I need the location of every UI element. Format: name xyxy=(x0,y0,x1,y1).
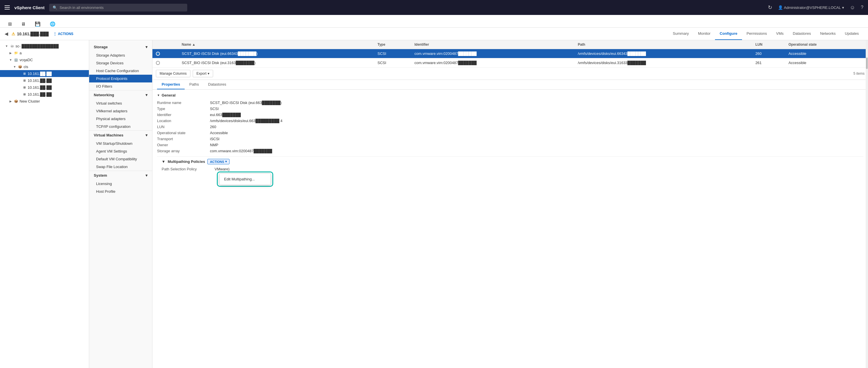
manage-columns-button[interactable]: Manage Columns xyxy=(156,70,190,77)
export-button[interactable]: Export ▾ xyxy=(193,70,213,77)
config-item-vmkernel-adapters[interactable]: VMkernel adapters xyxy=(89,107,152,115)
scrollbar-track[interactable] xyxy=(866,40,868,368)
multipathing-header: ▼ Multipathing Policies ACTIONS ▾ xyxy=(162,159,859,164)
config-item-storage-devices[interactable]: Storage Devices xyxy=(89,59,152,67)
config-item-io-filters[interactable]: I/O Filters xyxy=(89,82,152,90)
host-icon-1: 🖥 xyxy=(22,71,27,76)
tree-item-host3[interactable]: 🖥 10.161.██.██ xyxy=(0,84,89,91)
col-radio xyxy=(152,40,178,49)
config-section-networking[interactable]: Networking ▾ xyxy=(89,90,152,99)
vm-icon-tab[interactable]: 🖥 xyxy=(18,22,29,27)
config-item-agent-vm[interactable]: Agent VM Settings xyxy=(89,147,152,155)
col-identifier[interactable]: Identifier xyxy=(411,40,575,49)
config-item-storage-adapters[interactable]: Storage Adapters xyxy=(89,52,152,59)
config-item-tcpip[interactable]: TCP/IP configuration xyxy=(89,123,152,130)
col-name[interactable]: Name ▲ xyxy=(178,40,374,49)
tree-label-host4: 10.161.██.██ xyxy=(28,92,52,97)
vms-section-label: Virtual Machines xyxy=(94,133,123,137)
col-path[interactable]: Path xyxy=(575,40,752,49)
host-icon-3: 🖥 xyxy=(22,85,27,90)
tree-item-host4[interactable]: 🖥 10.161.██.██ xyxy=(0,91,89,98)
prop-location: Location /vmfs/devices/disks/eui.663████… xyxy=(157,118,863,124)
actions-button[interactable]: ACTIONS ▾ xyxy=(207,159,230,164)
config-item-host-cache[interactable]: Host Cache Configuration xyxy=(89,67,152,75)
storage-icon-tab[interactable]: 💾 xyxy=(31,21,44,27)
tree-item-cls[interactable]: ▼ 📦 cls xyxy=(0,63,89,70)
config-item-licensing[interactable]: Licensing xyxy=(89,180,152,188)
config-section-storage[interactable]: Storage ▾ xyxy=(89,42,152,52)
dropdown-popup: Edit Multipathing... xyxy=(219,173,271,185)
table-cell-lun-0: 261 xyxy=(752,58,785,68)
search-bar[interactable]: 🔍 Search in all environments xyxy=(49,4,187,11)
general-section-title: ▼ General xyxy=(157,93,863,97)
multipathing-collapse[interactable]: ▼ xyxy=(162,160,165,164)
tree-label-new-cluster: New Cluster xyxy=(20,99,40,103)
tree-sidebar: ▼ 🗂 sc- ██████████████ ▶ 📁 a ▼ 🏢 vcqaDC … xyxy=(0,40,89,368)
tab-summary[interactable]: Summary xyxy=(668,28,693,40)
entity-actions-button[interactable]: ⋮ ACTIONS xyxy=(53,32,73,36)
col-lun[interactable]: LUN xyxy=(752,40,785,49)
tab-paths[interactable]: Paths xyxy=(185,80,203,89)
collapse-sidebar-button[interactable]: ◀ xyxy=(5,31,8,36)
vms-chevron: ▾ xyxy=(146,133,148,137)
col-state[interactable]: Operational state xyxy=(785,40,868,49)
tab-properties[interactable]: Properties xyxy=(157,80,185,89)
tab-vms[interactable]: VMs xyxy=(772,28,788,40)
smiley-icon[interactable]: ☺ xyxy=(850,5,855,11)
tab-permissions[interactable]: Permissions xyxy=(742,28,772,40)
table-cell-state-0: Accessible xyxy=(785,58,868,68)
general-collapse-arrow[interactable]: ▼ xyxy=(157,94,160,97)
table-cell-name-selected: SCST_BIO iSCSI Disk (eui.66343███████) xyxy=(178,49,374,58)
vms-items: VM Startup/Shutdown Agent VM Settings De… xyxy=(89,140,152,171)
tab-networks[interactable]: Networks xyxy=(815,28,840,40)
table-cell-radio-0 xyxy=(152,58,178,68)
network-icon-tab[interactable]: 🌐 xyxy=(46,21,59,27)
config-item-swap-file[interactable]: Swap File Location xyxy=(89,163,152,171)
actions-chevron: ▾ xyxy=(225,160,227,163)
table-row-selected[interactable]: SCST_BIO iSCSI Disk (eui.66343███████) S… xyxy=(152,49,868,58)
tree-item-sc[interactable]: ▼ 🗂 sc- ██████████████ xyxy=(0,42,89,49)
col-type[interactable]: Type xyxy=(374,40,411,49)
tree-item-vcqadc[interactable]: ▼ 🏢 vcqaDC xyxy=(0,56,89,63)
tab-monitor[interactable]: Monitor xyxy=(693,28,715,40)
topbar-right: ↻ 👤 Administrator@VSPHERE.LOCAL ▾ ☺ ? xyxy=(768,4,863,11)
table-cell-type-selected: SCSI xyxy=(374,49,411,58)
prop-type: Type SCSI xyxy=(157,106,863,112)
entity-tabs: Summary Monitor Configure Permissions VM… xyxy=(668,28,863,40)
host-icon-2: 🖥 xyxy=(22,78,27,83)
table-row-0[interactable]: SCST_BIO iSCSI Disk (eui.3163███████) SC… xyxy=(152,58,868,68)
tree-item-host2[interactable]: 🖥 10.161.██.██ xyxy=(0,77,89,84)
user-menu[interactable]: 👤 Administrator@VSPHERE.LOCAL ▾ xyxy=(778,5,844,10)
system-section-label: System xyxy=(94,173,107,177)
config-item-physical-adapters[interactable]: Physical adapters xyxy=(89,115,152,123)
tab-datastores[interactable]: Datastores xyxy=(204,80,231,89)
tree-label-host3: 10.161.██.██ xyxy=(28,85,52,90)
tab-datastores[interactable]: Datastores xyxy=(788,28,816,40)
help-icon[interactable]: ? xyxy=(861,5,863,10)
tree-item-a[interactable]: ▶ 📁 a xyxy=(0,49,89,56)
config-section-system[interactable]: System ▾ xyxy=(89,171,152,180)
config-item-vm-compat[interactable]: Default VM Compatibility xyxy=(89,155,152,163)
config-item-virtual-switches[interactable]: Virtual switches xyxy=(89,99,152,107)
table-header-row: Name ▲ Type Identifier Path LUN Operatio… xyxy=(152,40,868,49)
menu-icon[interactable] xyxy=(5,5,10,9)
tree-toggle-new-cluster: ▶ xyxy=(9,100,13,103)
refresh-button[interactable]: ↻ xyxy=(768,4,772,11)
config-section-vms[interactable]: Virtual Machines ▾ xyxy=(89,130,152,140)
scrollbar-thumb[interactable] xyxy=(866,58,868,69)
tab-updates[interactable]: Updates xyxy=(840,28,863,40)
search-placeholder: Search in all environments xyxy=(60,5,103,10)
entity-bar: ◀ ⚠ 10.161.███.███ ⋮ ACTIONS Summary Mon… xyxy=(0,28,868,40)
tree-item-host1[interactable]: 🖥 10.161.██.██ xyxy=(0,70,89,77)
config-item-host-profile[interactable]: Host Profile xyxy=(89,188,152,195)
tree-item-new-cluster[interactable]: ▶ 📦 New Cluster xyxy=(0,98,89,105)
tab-configure[interactable]: Configure xyxy=(715,28,742,40)
dropdown-item-edit-multipathing[interactable]: Edit Multipathing... xyxy=(219,175,271,183)
config-item-protocol-endpoints[interactable]: Protocol Endpoints xyxy=(89,75,152,82)
layout-icon-tab[interactable]: ⊞ xyxy=(5,21,15,27)
tree-toggle-cls: ▼ xyxy=(13,65,17,68)
brand-label: vSphere Client xyxy=(14,5,44,10)
export-chevron: ▾ xyxy=(208,71,209,75)
config-item-vm-startup[interactable]: VM Startup/Shutdown xyxy=(89,140,152,147)
tree-label-host2: 10.161.██.██ xyxy=(28,78,52,83)
